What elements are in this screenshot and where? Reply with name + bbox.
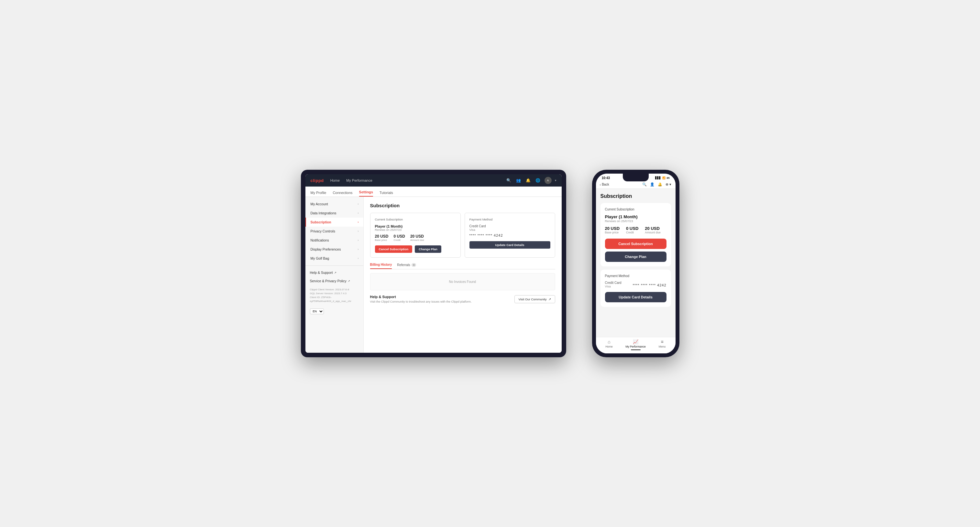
phone-payment-title: Payment Method <box>605 274 667 278</box>
back-button[interactable]: ‹ Back <box>600 183 609 187</box>
bottom-nav-menu[interactable]: ≡ Menu <box>649 339 676 350</box>
back-chevron-icon: ‹ <box>600 183 601 187</box>
phone-bell-icon[interactable]: 🔔 <box>658 183 662 187</box>
phone-subscription-card: Current Subscription Player (1 Month) Re… <box>600 203 671 267</box>
sidebar-item-account[interactable]: My Account › <box>305 200 363 208</box>
sub-card-actions: Cancel Subscription Change Plan <box>375 245 456 253</box>
phone-search-icon[interactable]: 🔍 <box>642 183 647 187</box>
active-indicator <box>631 349 641 350</box>
bottom-nav-home[interactable]: ⌂ Home <box>596 339 622 350</box>
help-text: Help & Support Visit the Clippd Communit… <box>370 295 472 303</box>
signal-icon: ▋▋▋ <box>655 176 661 179</box>
tablet-subnav: My Profile Connections Settings Tutorial… <box>305 187 562 197</box>
current-subscription-card: Current Subscription Player (1 Month) Re… <box>370 213 461 258</box>
phone-screen: 10:43 ▋▋▋ 📶 85 ‹ Back 🔍 👤 🔔 ⊕ ▾ Subscrip… <box>596 174 676 353</box>
battery-icon: 85 <box>667 176 670 179</box>
phone-device: 10:43 ▋▋▋ 📶 85 ‹ Back 🔍 👤 🔔 ⊕ ▾ Subscrip… <box>592 170 679 357</box>
subnav-tutorials[interactable]: Tutorials <box>380 191 393 197</box>
performance-icon: 📈 <box>633 339 638 344</box>
globe-icon[interactable]: 🌐 <box>535 177 541 184</box>
payment-method-card: Payment Method Credit Card Visa **** ***… <box>465 213 555 258</box>
phone-base-price: 20 USD Base price <box>605 226 620 234</box>
phone-user-icon[interactable]: 👤 <box>650 183 654 187</box>
payment-method-title: Payment Method <box>469 217 550 221</box>
phone-content: Subscription Current Subscription Player… <box>596 189 676 337</box>
help-support-section: Help & Support Visit the Clippd Communit… <box>370 295 555 303</box>
subscription-row: Current Subscription Player (1 Month) Re… <box>370 213 555 258</box>
tablet-nav-home[interactable]: Home <box>330 178 340 183</box>
sidebar-item-display[interactable]: Display Preferences › <box>305 245 363 254</box>
phone-time: 10:43 <box>602 176 610 180</box>
menu-icon: ≡ <box>661 339 663 344</box>
tablet-screen: clippd Home My Performance 🔍 👥 🔔 🌐 A ▾ M… <box>305 174 562 353</box>
tablet-device: clippd Home My Performance 🔍 👥 🔔 🌐 A ▾ M… <box>301 170 566 357</box>
sidebar-item-data-integrations[interactable]: Data Integrations › <box>305 208 363 217</box>
bottom-nav-performance[interactable]: 📈 My Performance <box>622 339 649 350</box>
plan-name: Player (1 Month) <box>375 224 456 228</box>
tablet-topnav: clippd Home My Performance 🔍 👥 🔔 🌐 A ▾ <box>305 174 562 187</box>
phone-page-title: Subscription <box>600 193 671 199</box>
sidebar-item-privacy[interactable]: Privacy Controls › <box>305 227 363 236</box>
sidebar-privacy-link[interactable]: Service & Privacy Policy ↗ <box>305 277 363 285</box>
tablet-nav-performance[interactable]: My Performance <box>346 178 372 183</box>
phone-update-card-button[interactable]: Update Card Details <box>605 292 667 302</box>
phone-payment-type: Credit Card <box>605 281 622 284</box>
subnav-settings[interactable]: Settings <box>359 190 373 197</box>
amount-due: 20 USD Amount due <box>410 234 424 241</box>
help-desc: Visit the Clippd Community to troublesho… <box>370 300 472 303</box>
update-card-button[interactable]: Update Card Details <box>469 241 550 249</box>
phone-nav-icons: 🔍 👤 🔔 ⊕ ▾ <box>642 183 671 187</box>
tablet-main: Subscription Current Subscription Player… <box>364 197 562 353</box>
base-price: 20 USD Base price <box>375 234 388 241</box>
phone-payment-number: **** **** **** 4242 <box>633 283 666 287</box>
tablet-body: My Account › Data Integrations › Subscri… <box>305 197 562 353</box>
external-link-icon: ↗ <box>549 297 551 301</box>
page-title: Subscription <box>370 203 555 208</box>
tab-referrals[interactable]: Referrals 0 <box>397 263 416 269</box>
phone-plan-name: Player (1 Month) <box>605 214 667 219</box>
search-icon[interactable]: 🔍 <box>506 177 512 184</box>
tablet-logo: clippd <box>310 178 324 183</box>
sidebar-item-golf-bag[interactable]: My Golf Bag › <box>305 254 363 263</box>
phone-plan-renews: Renews on 25/07/23 <box>605 219 667 223</box>
phone-payment-info: Credit Card Visa **** **** **** 4242 <box>605 281 667 288</box>
phone-notch <box>623 174 649 181</box>
phone-sub-title: Current Subscription <box>605 208 667 211</box>
sidebar-help-link[interactable]: Help & Support ↗ <box>305 268 363 277</box>
tablet-nav-icons: 🔍 👥 🔔 🌐 A ▾ <box>506 177 557 184</box>
billing-empty: No Invoices Found <box>370 273 555 290</box>
change-plan-button[interactable]: Change Plan <box>415 245 441 253</box>
phone-credit: 0 USD Credit <box>626 226 638 234</box>
visit-community-button[interactable]: Visit Our Community ↗ <box>514 295 555 303</box>
phone-topnav: ‹ Back 🔍 👤 🔔 ⊕ ▾ <box>596 181 676 189</box>
plan-pricing: 20 USD Base price 0 USD Credit 20 USD Am… <box>375 234 456 241</box>
avatar-chevron: ▾ <box>555 179 557 182</box>
payment-brand: Visa <box>469 228 550 232</box>
current-sub-title: Current Subscription <box>375 217 456 221</box>
payment-number: **** **** **** 4242 <box>469 233 550 237</box>
payment-type: Credit Card <box>469 224 550 228</box>
phone-payment-brand: Visa <box>605 284 622 288</box>
users-icon[interactable]: 👥 <box>515 177 522 184</box>
subnav-profile[interactable]: My Profile <box>310 191 326 197</box>
sidebar-item-subscription[interactable]: Subscription › <box>305 217 363 227</box>
phone-amount-due: 20 USD Amount due <box>645 226 661 234</box>
cancel-subscription-button[interactable]: Cancel Subscription <box>375 245 412 253</box>
phone-plus-icon[interactable]: ⊕ ▾ <box>665 183 671 187</box>
avatar[interactable]: A <box>544 177 552 184</box>
bell-icon[interactable]: 🔔 <box>525 177 531 184</box>
credit: 0 USD Credit <box>394 234 405 241</box>
billing-tabs: Billing History Referrals 0 <box>370 263 555 269</box>
phone-pricing: 20 USD Base price 0 USD Credit 20 USD Am… <box>605 226 667 234</box>
plan-renews: Renews on 25/07/23 <box>375 228 456 232</box>
phone-payment-card: Payment Method Credit Card Visa **** ***… <box>600 270 671 307</box>
sidebar-bottom: Help & Support ↗ Service & Privacy Polic… <box>305 265 363 285</box>
phone-cancel-button[interactable]: Cancel Subscription <box>605 239 667 249</box>
sidebar-lang[interactable]: EN <box>310 308 359 314</box>
phone-status-icons: ▋▋▋ 📶 85 <box>655 176 670 179</box>
sidebar-item-notifications[interactable]: Notifications › <box>305 236 363 245</box>
help-title: Help & Support <box>370 295 472 299</box>
phone-change-plan-button[interactable]: Change Plan <box>605 252 667 262</box>
subnav-connections[interactable]: Connections <box>332 191 352 197</box>
tab-billing-history[interactable]: Billing History <box>370 263 392 269</box>
